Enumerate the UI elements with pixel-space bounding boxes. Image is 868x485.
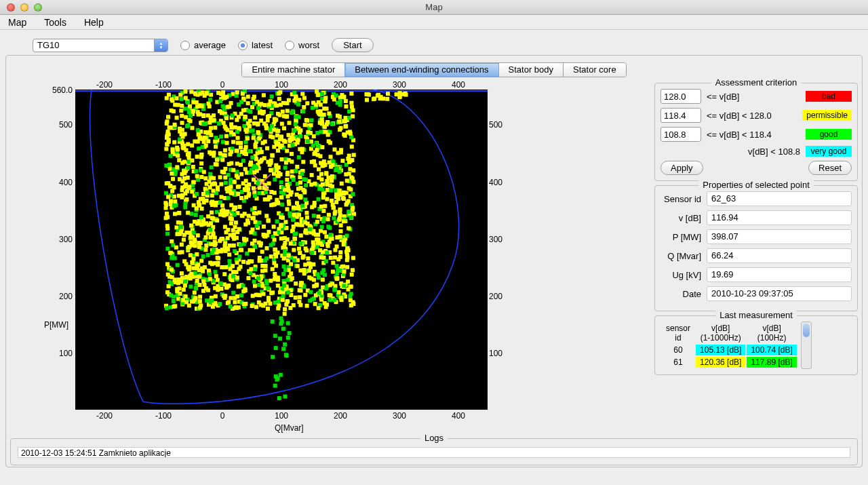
svg-rect-1906 [381, 96, 385, 100]
svg-rect-1566 [292, 98, 296, 102]
svg-rect-1489 [334, 195, 338, 199]
device-select[interactable]: TG10 ▲▼ [33, 39, 168, 52]
svg-rect-1429 [332, 288, 336, 292]
logs-text[interactable]: 2010-12-03 15:24:51 Zamknieto aplikacje [18, 447, 850, 458]
svg-rect-1810 [342, 242, 346, 246]
criterion-permissible-text: <= v[dB] < 128.0 [707, 111, 772, 121]
table-row[interactable]: 60 105.13 [dB] 100.74 [dB] [662, 345, 797, 355]
svg-rect-1380 [180, 243, 184, 247]
svg-rect-799 [186, 176, 190, 180]
apply-button[interactable]: Apply [660, 161, 703, 175]
svg-rect-1565 [220, 170, 224, 174]
svg-rect-1317 [245, 136, 250, 140]
svg-rect-480 [304, 183, 308, 187]
svg-rect-918 [197, 241, 201, 245]
svg-rect-1905 [376, 94, 380, 98]
svg-rect-768 [299, 186, 303, 190]
svg-rect-1754 [273, 272, 277, 276]
ytick-l: 500 [45, 120, 73, 130]
scrollbar[interactable] [801, 322, 812, 369]
criterion-permissible-input[interactable] [660, 108, 701, 123]
menu-help[interactable]: Help [84, 17, 104, 28]
close-icon[interactable] [7, 3, 15, 12]
svg-rect-1354 [275, 133, 279, 137]
zoom-icon[interactable] [34, 3, 42, 12]
svg-rect-551 [298, 269, 302, 273]
svg-rect-1743 [310, 251, 314, 255]
minimize-icon[interactable] [20, 3, 28, 12]
logs-panel: Logs 2010-12-03 15:24:51 Zamknieto aplik… [10, 438, 858, 465]
svg-rect-1392 [329, 165, 333, 169]
svg-rect-1024 [235, 260, 239, 265]
menu-tools[interactable]: Tools [44, 17, 66, 28]
svg-rect-1307 [191, 244, 195, 248]
svg-rect-171 [189, 224, 193, 228]
radio-average-row[interactable]: average [180, 40, 226, 50]
svg-rect-1821 [208, 228, 212, 232]
svg-rect-1521 [203, 136, 207, 140]
reset-button[interactable]: Reset [808, 161, 852, 175]
ytick-l: 100 [45, 349, 73, 358]
svg-rect-1420 [168, 280, 172, 284]
menu-map[interactable]: Map [8, 17, 26, 28]
start-button[interactable]: Start [332, 38, 373, 52]
svg-rect-1271 [298, 194, 302, 198]
svg-rect-1411 [173, 212, 177, 216]
table-row[interactable]: 61 120.36 [dB] 117.89 [dB] [662, 357, 797, 368]
tab-between-endwinding[interactable]: Between end-winding connections [345, 63, 498, 77]
svg-rect-1183 [200, 207, 204, 211]
svg-rect-1588 [254, 220, 258, 224]
svg-rect-1070 [257, 136, 261, 140]
svg-rect-1028 [170, 172, 174, 176]
svg-rect-1532 [213, 243, 217, 247]
svg-rect-1206 [268, 128, 272, 132]
svg-rect-621 [195, 155, 199, 159]
cell-sensorid: 60 [662, 345, 694, 355]
svg-rect-1303 [222, 121, 226, 125]
svg-rect-525 [308, 298, 312, 303]
svg-rect-1344 [321, 268, 326, 272]
scroll-thumb[interactable] [803, 324, 810, 337]
radio-worst-row[interactable]: worst [285, 40, 319, 50]
ytick-l: 300 [45, 235, 73, 244]
tab-stator-body[interactable]: Stator body [499, 63, 564, 77]
svg-rect-759 [229, 101, 233, 105]
svg-rect-1711 [340, 159, 344, 163]
svg-rect-680 [231, 291, 235, 295]
chart-area[interactable]: P[MW] Q[Mvar] -200 -100 0 100 200 300 40… [10, 83, 600, 435]
svg-rect-1694 [330, 122, 334, 126]
svg-rect-1645 [298, 295, 302, 299]
svg-rect-1879 [273, 334, 277, 338]
tab-entire-stator[interactable]: Entire machine stator [242, 63, 345, 77]
cell-sensorid: 61 [662, 357, 694, 368]
svg-rect-1618 [262, 103, 267, 107]
svg-rect-1653 [214, 270, 218, 274]
svg-rect-1404 [239, 145, 243, 149]
criterion-good-input[interactable] [660, 127, 701, 142]
svg-rect-1661 [237, 126, 241, 130]
svg-rect-853 [253, 194, 257, 198]
scatter-chart[interactable] [75, 90, 488, 410]
svg-rect-1384 [319, 229, 323, 233]
xtick-bot: 0 [216, 411, 229, 421]
svg-rect-1660 [190, 299, 194, 303]
svg-rect-1098 [337, 290, 341, 294]
criterion-bad-input[interactable] [660, 89, 701, 104]
radio-latest-row[interactable]: latest [238, 40, 273, 50]
svg-rect-1169 [292, 303, 296, 307]
tab-stator-core[interactable]: Stator core [564, 63, 626, 77]
criterion-bad-text: <= v[dB] [707, 92, 739, 102]
svg-rect-1795 [331, 203, 335, 207]
svg-rect-1115 [223, 149, 227, 153]
svg-rect-1616 [165, 96, 169, 100]
svg-rect-399 [204, 244, 208, 248]
svg-rect-1820 [302, 268, 307, 272]
svg-rect-1337 [283, 188, 287, 192]
svg-rect-1130 [304, 229, 308, 233]
svg-rect-1877 [284, 303, 288, 307]
svg-rect-798 [296, 138, 300, 142]
svg-rect-932 [306, 256, 310, 260]
svg-rect-1416 [189, 285, 193, 289]
radio-icon [238, 41, 248, 50]
svg-rect-1812 [171, 148, 175, 152]
